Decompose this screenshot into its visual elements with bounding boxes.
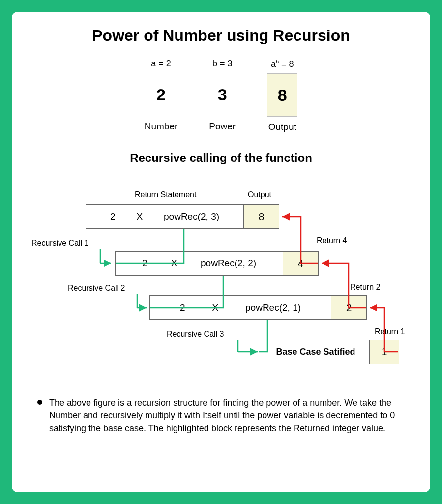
inputs-row: a = 2 2 Number b = 3 3 Power ab = 8 8 Ou… xyxy=(31,59,411,132)
call-out-3: 2 xyxy=(331,296,366,319)
call-row-2: 2XpowRec(2, 2) 4 xyxy=(115,251,319,276)
call-expr-3: 2XpowRec(2, 1) xyxy=(150,296,331,319)
label-return-1: Return 1 xyxy=(375,327,405,336)
description-text: The above figure is a recursion structur… xyxy=(49,396,405,435)
b-caption: Power xyxy=(209,121,236,132)
label-rec-call-3: Recursive Call 3 xyxy=(167,330,224,339)
a-box: 2 xyxy=(146,73,176,116)
b-label: b = 3 xyxy=(212,59,233,69)
output-block: ab = 8 8 Output xyxy=(267,59,297,132)
label-return-2: Return 2 xyxy=(350,283,380,292)
label-rec-call-2: Recursive Call 2 xyxy=(68,284,125,293)
call-row-3: 2XpowRec(2, 1) 2 xyxy=(149,295,367,320)
description-row: The above figure is a recursion structur… xyxy=(31,396,411,435)
bullet-icon xyxy=(37,400,42,405)
power-block: b = 3 3 Power xyxy=(207,59,237,132)
call-expr-2: 2XpowRec(2, 2) xyxy=(116,252,283,275)
call-expr-1: 2XpowRec(2, 3) xyxy=(86,205,243,228)
out-box: 8 xyxy=(267,73,297,117)
flow-diagram: Return Statement Output 2XpowRec(2, 3) 8… xyxy=(31,189,411,377)
a-caption: Number xyxy=(145,121,178,132)
call-out-1: 8 xyxy=(243,205,279,228)
label-return-4: Return 4 xyxy=(317,236,347,245)
b-box: 3 xyxy=(207,73,237,116)
base-case-text: Base Case Satified xyxy=(262,340,369,364)
header-return: Return Statement xyxy=(135,190,196,199)
a-label: a = 2 xyxy=(151,59,171,69)
subtitle: Recursive calling of the function xyxy=(31,151,411,165)
call-out-4: 1 xyxy=(369,340,399,364)
page-title: Power of Number using Recursion xyxy=(31,27,411,45)
header-output: Output xyxy=(248,190,271,199)
out-caption: Output xyxy=(268,122,296,132)
number-block: a = 2 2 Number xyxy=(145,59,178,132)
out-label: ab = 8 xyxy=(271,59,294,69)
diagram-card: Power of Number using Recursion a = 2 2 … xyxy=(12,12,430,492)
label-rec-call-1: Recursive Call 1 xyxy=(31,239,88,248)
call-row-1: 2XpowRec(2, 3) 8 xyxy=(86,204,279,229)
call-row-4: Base Case Satified 1 xyxy=(262,340,399,364)
call-out-2: 4 xyxy=(283,252,318,275)
